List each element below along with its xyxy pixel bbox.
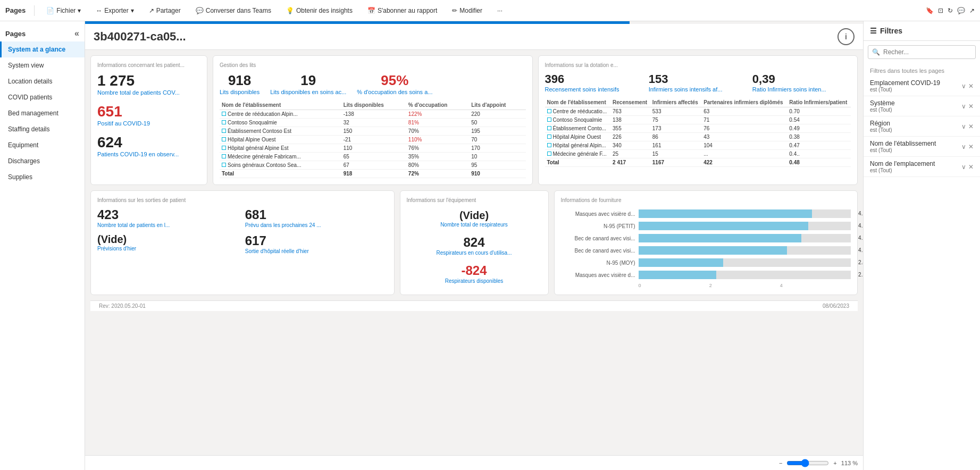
beds-pct-label[interactable]: % d'occupation des soins a... — [357, 89, 432, 95]
sidebar-label-8: Supplies — [8, 173, 32, 181]
staffing-row-par: 76 — [701, 124, 787, 133]
beds-kpi-3: 95% % d'occupation des soins a... — [357, 72, 432, 95]
toolbar-insights[interactable]: 💡 Obtenir des insights — [283, 5, 356, 16]
filter-item-1[interactable]: Système est (Tout) ∨ ✕ — [864, 96, 980, 116]
equipment-total-label[interactable]: Nombre total de respirateurs — [407, 222, 542, 228]
clear-filter-icon-4[interactable]: ✕ — [968, 163, 974, 171]
clear-filter-icon-1[interactable]: ✕ — [968, 103, 974, 110]
equipment-item-1: (Vide) Nombre total de respirateurs — [407, 209, 542, 228]
discharge-card-title: Informations sur les sorties de patient — [97, 197, 388, 203]
chevron-down-icon-filter-3[interactable]: ∨ — [961, 143, 966, 150]
filter-item-3[interactable]: Nom de l'établissement est (Tout) ∨ ✕ — [864, 137, 980, 157]
zoom-plus[interactable]: + — [833, 460, 836, 466]
filter-item-4[interactable]: Nom de l'emplacement est (Tout) ∨ ✕ — [864, 157, 980, 177]
toolbar-exporter[interactable]: ↔ Exporter ▾ — [93, 5, 137, 16]
discharge-prevu-label[interactable]: Prévu dans les prochaines 24 ... — [245, 222, 388, 228]
table-row: Centre de rééducatio... 763 533 63 0.70 — [545, 107, 851, 116]
patient-total-label[interactable]: Nombre total de patients COV... — [97, 89, 200, 96]
share-icon: ↗ — [149, 7, 154, 14]
clear-filter-icon-0[interactable]: ✕ — [968, 82, 974, 90]
bookmark-icon[interactable]: 🔖 — [926, 7, 934, 14]
toolbar: Pages 📄 Fichier ▾ ↔ Exporter ▾ ↗ Partage… — [0, 0, 980, 21]
sidebar-item-staffing-details[interactable]: Staffing details — [0, 121, 85, 137]
filter-item-2[interactable]: Région est (Tout) ∨ ✕ — [864, 116, 980, 137]
equipment-item-3: -824 Respirateurs disponibles — [407, 263, 542, 284]
beds-available-label[interactable]: Lits disponibles — [220, 89, 259, 95]
discharge-reel-number: 617 — [245, 233, 388, 248]
patient-kpi-3: 624 Patients COVID-19 en observ... — [97, 134, 200, 157]
sidebar-label-7: Discharges — [8, 157, 40, 165]
beds-row-pct: 81% — [406, 119, 469, 127]
zoom-slider[interactable] — [786, 459, 829, 467]
toolbar-partager[interactable]: ↗ Partager — [146, 5, 184, 16]
filter-icons-4: ∨ ✕ — [961, 163, 974, 171]
chevron-down-icon-filter-1[interactable]: ∨ — [961, 103, 966, 110]
filters-title: Filtres — [880, 27, 902, 35]
staffing-row-name: Établissement Conto... — [545, 124, 611, 133]
sidebar-item-system-at-a-glance[interactable]: System at a glance — [0, 41, 85, 57]
equipment-available-label[interactable]: Respirateurs disponibles — [407, 278, 542, 284]
chevron-down-icon-filter-0[interactable]: ∨ — [961, 82, 966, 90]
filters-header: ☰ Filtres — [864, 21, 980, 41]
comment-icon[interactable]: 💬 — [957, 7, 965, 14]
clear-filter-icon-2[interactable]: ✕ — [968, 123, 974, 130]
staffing-kpi-row: 396 Recensement soins intensifs 153 Infi… — [545, 72, 851, 93]
filters-search-input[interactable] — [868, 45, 976, 59]
patient-obs-label[interactable]: Patients COVID-19 en observ... — [97, 151, 200, 157]
discharge-reel-label[interactable]: Sortie d'hôpital réelle d'hier — [245, 248, 388, 254]
refresh-icon[interactable]: ↻ — [948, 7, 953, 14]
chevron-down-icon-filter-2[interactable]: ∨ — [961, 123, 966, 130]
equipment-total-number: (Vide) — [407, 209, 542, 222]
filter-value-0: est (Tout) — [870, 87, 940, 93]
sidebar-item-discharges[interactable]: Discharges — [0, 153, 85, 169]
filter-value-4: est (Tout) — [870, 167, 935, 173]
equipment-utilise-label[interactable]: Respirateurs en cours d'utilisa... — [407, 250, 542, 256]
filters-search-icon: 🔍 — [872, 48, 880, 56]
beds-kpi-row: 918 Lits disponibles 19 Lits disponibles… — [220, 72, 526, 95]
beds-soins-label[interactable]: Lits disponibles en soins ac... — [270, 89, 346, 95]
sidebar-label-2: Location details — [8, 78, 52, 85]
sidebar-collapse-button[interactable]: « — [74, 29, 79, 38]
zoom-minus[interactable]: − — [779, 460, 782, 466]
view-icon[interactable]: ⊡ — [938, 7, 943, 14]
toolbar-teams[interactable]: 💬 Converser dans Teams — [192, 5, 274, 16]
patient-obs-number: 624 — [97, 134, 200, 151]
staffing-recensement-label[interactable]: Recensement soins intensifs — [545, 86, 643, 93]
equipment-card: Informations sur l'équipement (Vide) Nom… — [400, 190, 549, 295]
info-button[interactable]: i — [837, 28, 855, 45]
toolbar-more[interactable]: ··· — [494, 5, 506, 16]
staffing-row-aff: 533 — [650, 107, 701, 116]
info-icon: i — [845, 32, 847, 41]
sidebar-item-equipment[interactable]: Equipment — [0, 137, 85, 153]
patient-card-title: Informations concernant les patient... — [97, 62, 200, 68]
supplies-bar-row: Bec de canard avec visi... 4.6 — [561, 234, 851, 242]
toolbar-modifier[interactable]: ✏ Modifier — [449, 5, 485, 16]
beds-total-cell-2: 72% — [406, 170, 469, 178]
subscribe-icon: 📅 — [367, 7, 375, 14]
toolbar-fichier[interactable]: 📄 Fichier ▾ — [43, 5, 84, 16]
clear-filter-icon-3[interactable]: ✕ — [968, 143, 974, 150]
staffing-infirmiers-label[interactable]: Infirmiers soins intensifs af... — [649, 86, 747, 93]
bar-label-2: Bec de canard avec visi... — [561, 236, 635, 241]
sidebar-item-supplies[interactable]: Supplies — [0, 169, 85, 185]
footer-left: Rev: 2020.05.20-01 — [99, 303, 146, 309]
discharge-item-1: 423 Nombre total de patients en l... — [97, 207, 240, 228]
filter-item-left-4: Nom de l'emplacement est (Tout) — [870, 160, 935, 173]
sidebar-item-location-details[interactable]: Location details — [0, 73, 85, 89]
toolbar-subscribe[interactable]: 📅 S'abonner au rapport — [364, 5, 440, 16]
discharge-total-label[interactable]: Nombre total de patients en l... — [97, 222, 240, 228]
staffing-ratio-label[interactable]: Ratio Infirmiers soins inten... — [752, 86, 851, 93]
sidebar-item-bed-management[interactable]: Bed management — [0, 105, 85, 121]
discharge-vide-label[interactable]: Prévisions d'hier — [97, 246, 240, 251]
sidebar-item-covid-patients[interactable]: COVID patients — [0, 89, 85, 105]
bar-label-0: Masques avec visière d... — [561, 211, 635, 217]
filter-item-0[interactable]: Emplacement COVID-19 est (Tout) ∨ ✕ — [864, 76, 980, 96]
staffing-row-par: 104 — [701, 141, 787, 150]
bar-track-5: 2.2 — [639, 271, 851, 279]
filter-item-left-2: Région est (Tout) — [870, 120, 892, 133]
patient-positive-label[interactable]: Positif au COVID-19 — [97, 120, 200, 127]
chevron-down-icon-filter-4[interactable]: ∨ — [961, 163, 966, 171]
share-icon-2[interactable]: ↗ — [969, 7, 975, 14]
sidebar-item-system-view[interactable]: System view — [0, 57, 85, 73]
table-row: Contoso Snoqualmie 32 81% 50 — [220, 119, 526, 127]
